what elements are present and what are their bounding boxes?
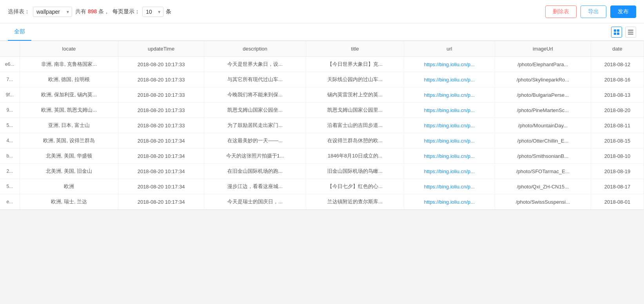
page-size-suffix: 条 [166, 8, 171, 15]
table-row: 2...北美洲, 美国, 旧金山2018-08-20 10:17:34在旧金山国… [0, 164, 644, 179]
cell-locate: 北美洲, 美国, 旧金山 [20, 164, 118, 179]
cell-updatetime: 2018-08-20 10:17:34 [118, 194, 204, 210]
cell-url: https://bing.ioliu.cn/p... [404, 57, 495, 72]
horizontal-scrollbar[interactable] [0, 210, 644, 214]
cell-title: 沿着富士山的吉田步道... [306, 118, 404, 133]
table-row: 9...欧洲, 英国, 凯恩戈姆山...2018-08-20 10:17:33凯… [0, 103, 644, 118]
cell-imageurl: /photo/PineMartenSc... [495, 103, 591, 118]
cell-url: https://bing.ioliu.cn/p... [404, 148, 495, 164]
table-row: 5...欧洲2018-08-20 10:17:34漫步江边，看看这座城...【今… [0, 179, 644, 194]
cell-date: 2018-08-15 [591, 133, 644, 148]
top-bar: 选择表： wallpaper article user 共有 898 条， 每页… [0, 0, 644, 24]
cell-updatetime: 2018-08-20 10:17:34 [118, 164, 204, 179]
cell-description: 今天是世界大象日，设... [204, 57, 306, 72]
tab-bar: 全部 [0, 24, 644, 41]
export-button[interactable]: 导出 [581, 5, 606, 18]
page-size-wrapper: 每页显示： 10 20 50 100 条 [112, 7, 171, 17]
cell-id: 9... [0, 103, 20, 118]
cell-imageurl: /photo/BulgariaPerse... [495, 87, 591, 103]
cell-title: 天际线公园内的过山车... [306, 72, 404, 87]
cell-description: 今天是瑞士的国庆日，... [204, 194, 306, 210]
cell-locate: 北美洲, 美国, 华盛顿 [20, 148, 118, 164]
cell-imageurl: /photo/ElephantPara... [495, 57, 591, 72]
cell-date: 2018-08-17 [591, 179, 644, 194]
cell-locate: 欧洲, 英国, 设得兰群岛 [20, 133, 118, 148]
tab-all[interactable]: 全部 [8, 24, 31, 41]
top-bar-left: 选择表： wallpaper article user 共有 898 条， 每页… [8, 7, 171, 17]
cell-title: 锡内莫雷茨村上空的英... [306, 87, 404, 103]
total-info: 共有 898 条， [75, 8, 109, 15]
cell-title: 【今日七夕】红色的心... [306, 179, 404, 194]
cell-locate: 欧洲, 英国, 凯恩戈姆山... [20, 103, 118, 118]
cell-locate: 欧洲, 瑞士, 兰达 [20, 194, 118, 210]
cell-locate: 亚洲, 日本, 富士山 [20, 118, 118, 133]
list-view-button[interactable] [625, 27, 636, 38]
cell-url: https://bing.ioliu.cn/p... [404, 194, 495, 210]
svg-rect-3 [617, 33, 619, 35]
cell-imageurl: /photo/MountainDay... [495, 118, 591, 133]
cell-description: 凯恩戈姆山国家公园坐... [204, 103, 306, 118]
table-select[interactable]: wallpaper article user [33, 7, 72, 17]
grid-view-button[interactable] [611, 27, 622, 38]
cell-id: 4... [0, 133, 20, 148]
cell-id: e6... [0, 57, 20, 72]
content-area: 全部 [0, 24, 644, 214]
cell-updatetime: 2018-08-20 10:17:34 [118, 133, 204, 148]
cell-imageurl: /photo/Qxi_ZH-CN15... [495, 179, 591, 194]
cell-updatetime: 2018-08-20 10:17:33 [118, 72, 204, 87]
cell-description: 今晚我们将不能来到保... [204, 87, 306, 103]
cell-updatetime: 2018-08-20 10:17:34 [118, 148, 204, 164]
cell-date: 2018-08-01 [591, 194, 644, 210]
data-table: locate updateTime description title url … [0, 41, 644, 210]
col-header-description: description [204, 41, 306, 57]
cell-id: 5... [0, 179, 20, 194]
table-row: b...北美洲, 美国, 华盛顿2018-08-20 10:17:34今天的这张… [0, 148, 644, 164]
cell-description: 漫步江边，看看这座城... [204, 179, 306, 194]
col-header-date: date [591, 41, 644, 57]
publish-button[interactable]: 发布 [610, 5, 636, 18]
cell-id: b... [0, 148, 20, 164]
cell-updatetime: 2018-08-20 10:17:33 [118, 87, 204, 103]
total-count: 898 [88, 8, 97, 14]
cell-url: https://bing.ioliu.cn/p... [404, 164, 495, 179]
cell-locate: 欧洲, 保加利亚, 锡内莫... [20, 87, 118, 103]
svg-rect-5 [628, 32, 633, 33]
cell-updatetime: 2018-08-20 10:17:33 [118, 57, 204, 72]
cell-title: 【今日世界大象日】克... [306, 57, 404, 72]
table-row: 4...欧洲, 英国, 设得兰群岛2018-08-20 10:17:34在这最美… [0, 133, 644, 148]
cell-updatetime: 2018-08-20 10:17:33 [118, 118, 204, 133]
col-header-id [0, 41, 20, 57]
cell-imageurl: /photo/SFOTarmac_E... [495, 164, 591, 179]
cell-id: e... [0, 194, 20, 210]
col-header-imageurl: imageUrl [495, 41, 591, 57]
cell-url: https://bing.ioliu.cn/p... [404, 87, 495, 103]
cell-imageurl: /photo/SkylineparkRo... [495, 72, 591, 87]
table-row: 9f...欧洲, 保加利亚, 锡内莫...2018-08-20 10:17:33… [0, 87, 644, 103]
page-size-select[interactable]: 10 20 50 100 [142, 7, 163, 17]
cell-url: https://bing.ioliu.cn/p... [404, 179, 495, 194]
cell-description: 在这最美妙的一天——... [204, 133, 306, 148]
col-header-url: url [404, 41, 495, 57]
table-row: 5...亚洲, 日本, 富士山2018-08-20 10:17:33为了鼓励居民… [0, 118, 644, 133]
cell-date: 2018-08-20 [591, 103, 644, 118]
cell-id: 7... [0, 72, 20, 87]
cell-locate: 欧洲, 德国, 拉明根 [20, 72, 118, 87]
select-table-label: 选择表： [8, 8, 30, 15]
cell-date: 2018-08-16 [591, 72, 644, 87]
page-size-label: 每页显示： [112, 8, 140, 15]
cell-imageurl: /photo/OtterChillin_E... [495, 133, 591, 148]
svg-rect-2 [614, 33, 616, 35]
cell-locate: 欧洲 [20, 179, 118, 194]
cell-title: 1846年8月10日成立的... [306, 148, 404, 164]
cell-description: 今天的这张照片拍摄于1... [204, 148, 306, 164]
delete-table-button[interactable]: 删除表 [545, 5, 577, 18]
cell-description: 与其它所有现代过山车... [204, 72, 306, 87]
cell-url: https://bing.ioliu.cn/p... [404, 103, 495, 118]
cell-imageurl: /photo/SmithsonianB... [495, 148, 591, 164]
table-container: locate updateTime description title url … [0, 41, 644, 210]
table-row: e6...非洲, 南非, 克鲁格国家...2018-08-20 10:17:33… [0, 57, 644, 72]
cell-locate: 非洲, 南非, 克鲁格国家... [20, 57, 118, 72]
table-body: e6...非洲, 南非, 克鲁格国家...2018-08-20 10:17:33… [0, 57, 644, 210]
col-header-locate: locate [20, 41, 118, 57]
cell-id: 9f... [0, 87, 20, 103]
